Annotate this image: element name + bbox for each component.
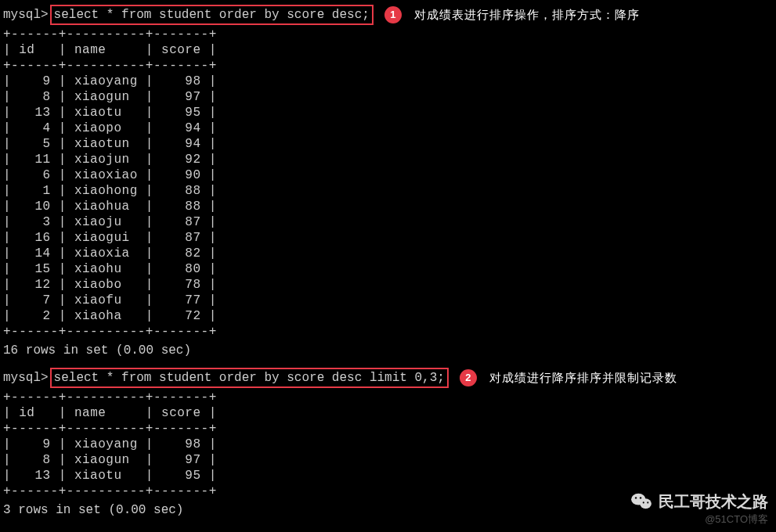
table1-divider-mid: +------+----------+-------+ — [3, 58, 773, 74]
table-row: | 8 | xiaogun | 97 | — [3, 452, 773, 468]
table2-divider-top: +------+----------+-------+ — [3, 390, 773, 405]
col-id-header: id — [11, 406, 59, 420]
table1-divider-bot: +------+----------+-------+ — [3, 324, 773, 340]
col-score-header: score — [153, 406, 209, 420]
table-row: | 5 | xiaotun | 94 | — [3, 136, 773, 152]
table-row: | 2 | xiaoha | 72 | — [3, 308, 773, 324]
annotation-text-2: 对成绩进行降序排序并限制记录数 — [485, 369, 682, 387]
table-row: | 1 | xiaohong | 88 | — [3, 183, 773, 199]
table2-body: | 9 | xiaoyang | 98 || 8 | xiaogun | 97 … — [3, 437, 773, 483]
watermark: 民工哥技术之路 @51CTO博客 — [630, 492, 768, 526]
mysql-prompt: mysql> — [3, 370, 49, 386]
table1-divider-top: +------+----------+-------+ — [3, 27, 773, 42]
watermark-sub-text: @51CTO博客 — [630, 513, 768, 526]
table-row: | 9 | xiaoyang | 98 | — [3, 437, 773, 452]
table-row: | 14 | xiaoxia | 82 | — [3, 246, 773, 261]
table-row: | 16 | xiaogui | 87 | — [3, 230, 773, 246]
annotation-badge-2: 2 — [460, 369, 477, 386]
annotation-text-1: 对成绩表进行排序操作，排序方式：降序 — [410, 6, 644, 24]
col-id-header: id — [11, 43, 59, 57]
table-row: | 15 | xiaohu | 80 | — [3, 261, 773, 277]
table-row: | 10 | xiaohua | 88 | — [3, 199, 773, 214]
watermark-main: 民工哥技术之路 — [630, 492, 768, 512]
table-row: | 9 | xiaoyang | 98 | — [3, 74, 773, 89]
svg-point-1 — [640, 499, 651, 509]
svg-point-5 — [647, 502, 648, 504]
svg-point-3 — [640, 497, 641, 498]
col-name-header: name — [67, 406, 146, 420]
query2-prompt-line: mysql> select * from student order by sc… — [3, 368, 773, 388]
table-row: | 6 | xiaoxiao | 90 | — [3, 167, 773, 183]
table-row: | 3 | xiaoju | 87 | — [3, 214, 773, 230]
query1-sql: select * from student order by score des… — [54, 8, 370, 22]
table-row: | 7 | xiaofu | 77 | — [3, 293, 773, 308]
table2-header: | id | name | score | — [3, 405, 773, 421]
annotation-badge-1: 1 — [384, 6, 402, 23]
table-row: | 12 | xiaobo | 78 | — [3, 277, 773, 293]
query1-sql-highlight: select * from student order by score des… — [50, 5, 374, 25]
table-row: | 8 | xiaogun | 97 | — [3, 89, 773, 105]
query2-sql-highlight: select * from student order by score des… — [50, 368, 449, 388]
table-row: | 11 | xiaojun | 92 | — [3, 152, 773, 167]
table1-body: | 9 | xiaoyang | 98 || 8 | xiaogun | 97 … — [3, 74, 773, 324]
col-name-header: name — [67, 43, 146, 57]
wechat-icon — [630, 492, 652, 511]
table-row: | 13 | xiaotu | 95 | — [3, 105, 773, 120]
table-row: | 4 | xiaopo | 94 | — [3, 120, 773, 136]
query2-sql: select * from student order by score des… — [54, 371, 445, 385]
svg-point-4 — [643, 502, 644, 504]
svg-point-2 — [635, 497, 637, 498]
col-score-header: score — [153, 43, 209, 57]
query1-prompt-line: mysql> select * from student order by sc… — [3, 5, 773, 25]
table2-divider-mid: +------+----------+-------+ — [3, 421, 773, 437]
query1-footer: 16 rows in set (0.00 sec) — [3, 343, 773, 358]
mysql-prompt: mysql> — [3, 7, 49, 23]
table-row: | 13 | xiaotu | 95 | — [3, 468, 773, 483]
table1-header: | id | name | score | — [3, 42, 773, 58]
watermark-main-text: 民工哥技术之路 — [659, 492, 768, 512]
